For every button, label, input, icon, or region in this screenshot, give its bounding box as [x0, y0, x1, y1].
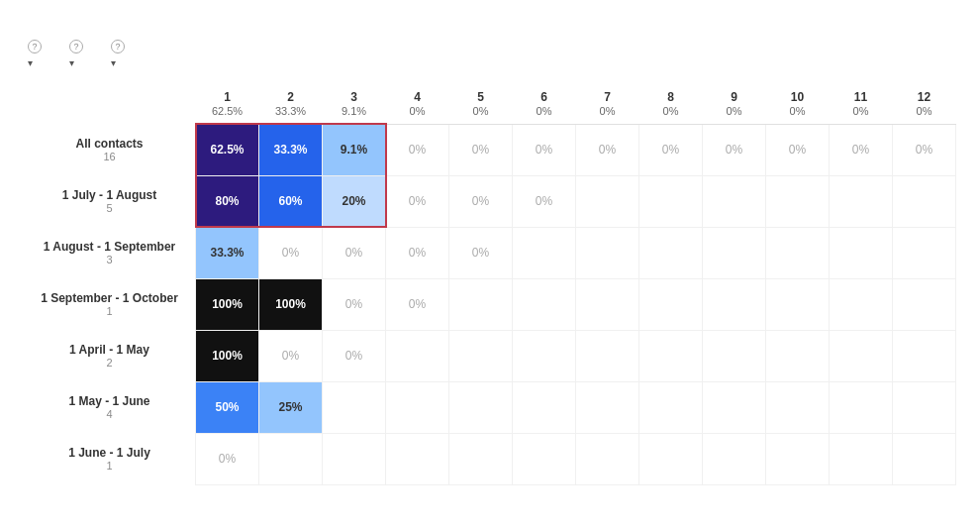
data-cell-r5-c9	[766, 381, 830, 433]
data-cell-r2-c11	[893, 227, 956, 278]
data-cell-r0-c3: 0%	[386, 124, 449, 175]
data-cell-r2-c2: 0%	[323, 227, 386, 278]
data-cell-r4-c8	[703, 330, 766, 381]
data-cell-r6-c3	[386, 433, 449, 484]
table-row-0: All contacts1662.5%33.3%9.1%0%0%0%0%0%0%…	[24, 124, 956, 175]
data-cell-r4-c2: 0%	[323, 330, 386, 381]
data-cell-r2-c1: 0%	[259, 227, 323, 278]
data-cell-r1-c5: 0%	[513, 175, 576, 227]
data-cell-r3-c2: 0%	[323, 278, 386, 330]
data-cell-r5-c4	[449, 381, 513, 433]
data-cell-r3-c9	[766, 278, 830, 330]
cohort-type-dropdown[interactable]: ▾	[24, 57, 42, 68]
data-cell-r1-c9	[766, 175, 830, 227]
data-cell-r6-c6	[576, 433, 639, 484]
data-cell-r1-c10	[830, 175, 893, 227]
controls-row: ? ▾ ? ▾ ? ▾	[24, 40, 956, 68]
data-cell-r0-c1: 33.3%	[259, 124, 323, 175]
data-cell-r2-c10	[830, 227, 893, 278]
header-label-cell	[24, 84, 196, 124]
data-cell-r3-c10	[830, 278, 893, 330]
col-header-11: 110%	[830, 84, 893, 124]
data-cell-r0-c2: 9.1%	[323, 124, 386, 175]
data-cell-r6-c11	[893, 433, 956, 484]
data-cell-r0-c9: 0%	[766, 124, 830, 175]
cohort-type-help-icon[interactable]: ?	[28, 40, 42, 53]
data-cell-r4-c6	[576, 330, 639, 381]
table-row-2: 1 August - 1 September333.3%0%0%0%0%	[24, 227, 956, 278]
date-range-help-icon[interactable]: ?	[111, 40, 125, 53]
data-cell-r5-c6	[576, 381, 639, 433]
date-range-control: ? ▾	[107, 40, 125, 68]
data-cell-r1-c2: 20%	[323, 175, 386, 227]
data-cell-r4-c1: 0%	[259, 330, 323, 381]
data-cell-r3-c6	[576, 278, 639, 330]
data-cell-r2-c9	[766, 227, 830, 278]
row-label-2: 1 August - 1 September3	[24, 227, 196, 278]
data-cell-r0-c11: 0%	[893, 124, 956, 175]
data-cell-r6-c0: 0%	[196, 433, 259, 484]
data-cell-r3-c7	[639, 278, 703, 330]
data-cell-r2-c8	[703, 227, 766, 278]
data-cell-r5-c3	[386, 381, 449, 433]
data-cell-r2-c6	[576, 227, 639, 278]
date-range-dropdown[interactable]: ▾	[107, 57, 125, 68]
row-label-5: 1 May - 1 June4	[24, 381, 196, 433]
data-cell-r1-c4: 0%	[449, 175, 513, 227]
table-row-4: 1 April - 1 May2100%0%0%	[24, 330, 956, 381]
header-row	[24, 20, 956, 24]
data-cell-r6-c5	[513, 433, 576, 484]
data-cell-r1-c11	[893, 175, 956, 227]
cohort-size-help-icon[interactable]: ?	[69, 40, 83, 53]
table-header-row: 162.5%233.3%39.1%40%50%60%70%80%90%100%1…	[24, 84, 956, 124]
col-header-9: 90%	[703, 84, 766, 124]
data-cell-r4-c11	[893, 330, 956, 381]
data-cell-r5-c2	[323, 381, 386, 433]
data-cell-r5-c5	[513, 381, 576, 433]
data-cell-r5-c0: 50%	[196, 381, 259, 433]
data-cell-r2-c4: 0%	[449, 227, 513, 278]
data-cell-r3-c3: 0%	[386, 278, 449, 330]
data-cell-r6-c7	[639, 433, 703, 484]
data-cell-r0-c10: 0%	[830, 124, 893, 175]
data-cell-r6-c2	[323, 433, 386, 484]
cohort-size-dropdown[interactable]: ▾	[65, 57, 83, 68]
cohort-size-chevron-icon: ▾	[69, 57, 74, 68]
data-cell-r4-c10	[830, 330, 893, 381]
data-cell-r0-c0: 62.5%	[196, 124, 259, 175]
data-cell-r5-c11	[893, 381, 956, 433]
table-row-3: 1 September - 1 October1100%100%0%0%	[24, 278, 956, 330]
table-row-6: 1 June - 1 July10%	[24, 433, 956, 484]
table-row-5: 1 May - 1 June450%25%	[24, 381, 956, 433]
data-cell-r4-c4	[449, 330, 513, 381]
data-cell-r0-c6: 0%	[576, 124, 639, 175]
col-header-4: 40%	[386, 84, 449, 124]
data-cell-r3-c1: 100%	[259, 278, 323, 330]
data-cell-r2-c7	[639, 227, 703, 278]
col-header-8: 80%	[639, 84, 703, 124]
data-cell-r0-c5: 0%	[513, 124, 576, 175]
cohort-type-control: ? ▾	[24, 40, 42, 68]
row-label-1: 1 July - 1 August5	[24, 175, 196, 227]
cohort-type-chevron-icon: ▾	[28, 57, 33, 68]
data-cell-r4-c7	[639, 330, 703, 381]
table-wrapper: 162.5%233.3%39.1%40%50%60%70%80%90%100%1…	[24, 84, 956, 485]
col-header-5: 50%	[449, 84, 513, 124]
row-label-3: 1 September - 1 October1	[24, 278, 196, 330]
data-cell-r6-c9	[766, 433, 830, 484]
data-cell-r4-c9	[766, 330, 830, 381]
cohort-table: 162.5%233.3%39.1%40%50%60%70%80%90%100%1…	[24, 84, 956, 485]
data-cell-r1-c7	[639, 175, 703, 227]
cohort-size-label: ?	[65, 40, 83, 53]
data-cell-r4-c3	[386, 330, 449, 381]
col-header-6: 60%	[513, 84, 576, 124]
col-header-2: 233.3%	[259, 84, 323, 124]
col-header-7: 70%	[576, 84, 639, 124]
data-cell-r5-c7	[639, 381, 703, 433]
data-cell-r6-c1	[259, 433, 323, 484]
data-cell-r1-c6	[576, 175, 639, 227]
data-cell-r1-c3: 0%	[386, 175, 449, 227]
data-cell-r5-c8	[703, 381, 766, 433]
data-cell-r3-c11	[893, 278, 956, 330]
data-cell-r6-c10	[830, 433, 893, 484]
